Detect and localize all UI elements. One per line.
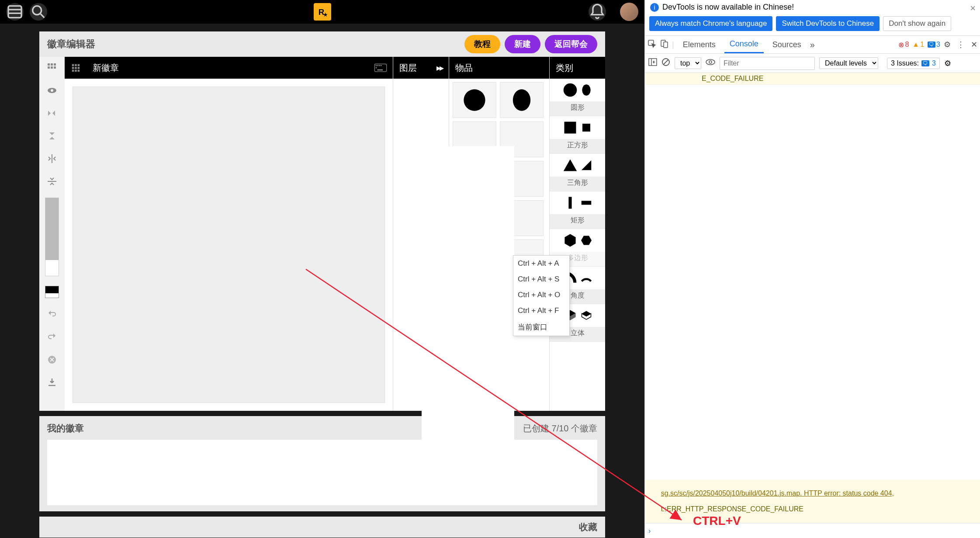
svg-rect-18 [72, 64, 74, 66]
svg-text:★: ★ [323, 11, 328, 18]
emblem-canvas[interactable] [73, 87, 385, 403]
switch-chinese-button[interactable]: Switch DevTools to Chinese [776, 16, 880, 31]
favorites-panel: 收藏 [39, 517, 605, 538]
svg-rect-29 [377, 65, 379, 66]
category-circle[interactable]: 圆形 [550, 79, 605, 116]
ctx-item[interactable]: Ctrl + Alt + A [513, 256, 569, 271]
devtools-tabs: | Elements Console Sources » ⊗8 ▲1 🗨3 ⚙ … [645, 35, 980, 54]
opacity-slider[interactable] [45, 198, 59, 276]
flip-horizontal-icon[interactable] [44, 107, 60, 120]
notifications-icon[interactable] [589, 3, 606, 21]
flip-vertical-icon[interactable] [44, 129, 60, 142]
rockstar-logo[interactable]: R★ [314, 3, 331, 21]
tutorial-button[interactable]: 教程 [464, 35, 500, 53]
svg-rect-12 [54, 66, 56, 69]
gear-icon[interactable]: ⚙ [944, 40, 951, 49]
annotation-text: CTRL+V [693, 514, 741, 528]
svg-point-51 [709, 61, 712, 63]
svg-rect-46 [649, 59, 657, 66]
items-label: 物品 [455, 62, 473, 74]
match-language-button[interactable]: Always match Chrome's language [649, 16, 772, 31]
console-output[interactable]: E_CODE_FAILURE sg.sc/sc/js/202504050j10/… [645, 73, 980, 538]
delete-icon[interactable] [44, 353, 60, 366]
category-triangle[interactable]: 三角形 [550, 154, 605, 191]
shape-circle[interactable] [453, 82, 496, 118]
svg-rect-32 [376, 67, 377, 69]
dont-show-button[interactable]: Don't show again [883, 16, 951, 31]
ctx-item[interactable]: Ctrl + Alt + O [513, 287, 569, 303]
ctx-item[interactable]: Ctrl + Alt + S [513, 271, 569, 287]
redo-icon[interactable] [44, 330, 60, 344]
return-crew-button[interactable]: 返回帮会 [545, 35, 597, 53]
svg-rect-38 [564, 122, 576, 134]
close-devtools-icon[interactable]: ✕ [971, 40, 977, 49]
sidebar-toggle-icon[interactable] [648, 58, 657, 68]
svg-rect-21 [72, 67, 74, 69]
eye-icon[interactable] [44, 84, 60, 97]
shape-ellipse[interactable] [500, 82, 544, 118]
context-select[interactable]: top [675, 57, 701, 69]
color-swatch[interactable] [45, 286, 59, 298]
svg-rect-26 [78, 70, 80, 72]
info-icon: i [650, 3, 659, 12]
svg-rect-23 [78, 67, 80, 69]
device-icon[interactable] [660, 39, 668, 50]
levels-select[interactable]: Default levels [819, 57, 878, 69]
svg-rect-11 [51, 66, 53, 69]
console-toolbar: top Default levels 3 Issues: 🗨 3 ⚙ [645, 54, 980, 73]
search-icon[interactable] [30, 3, 47, 21]
close-icon[interactable]: × [970, 3, 976, 14]
menu-icon[interactable] [6, 3, 24, 21]
emblem-count: 已创建 7/10 个徽章 [523, 423, 597, 434]
tab-console[interactable]: Console [724, 36, 764, 53]
grid-toggle-icon[interactable] [65, 63, 87, 73]
issues-pill[interactable]: 3 Issues: 🗨 3 [887, 58, 940, 69]
info-badge[interactable]: 🗨3 [928, 41, 940, 49]
overlay-popup [422, 146, 514, 501]
editor-header: 徽章编辑器 教程 新建 返回帮会 [39, 31, 605, 57]
grid-tool-icon[interactable] [44, 61, 60, 74]
align-horizontal-icon[interactable] [44, 152, 60, 165]
tab-elements[interactable]: Elements [678, 37, 721, 53]
page-title: 徽章编辑器 [47, 38, 95, 51]
ctx-item[interactable]: Ctrl + Alt + F [513, 303, 569, 319]
svg-point-50 [706, 59, 715, 65]
undo-icon[interactable] [44, 308, 60, 321]
svg-rect-7 [48, 63, 50, 66]
gear-icon[interactable]: ⚙ [944, 59, 951, 68]
new-button[interactable]: 新建 [505, 35, 540, 53]
canvas-title: 新徽章 [87, 62, 368, 74]
warning-badge[interactable]: ▲1 [912, 41, 924, 49]
svg-rect-0 [8, 6, 21, 18]
align-vertical-icon[interactable] [44, 175, 60, 188]
kebab-icon[interactable]: ⋮ [954, 40, 967, 49]
svg-rect-8 [51, 63, 53, 66]
filter-input[interactable] [720, 57, 815, 70]
expand-layers-icon[interactable]: ▸▸ [436, 62, 443, 73]
clear-console-icon[interactable] [661, 58, 670, 69]
svg-rect-39 [582, 124, 590, 132]
svg-rect-22 [75, 67, 77, 69]
ctx-item[interactable]: 当前窗口 [513, 319, 569, 336]
inspect-icon[interactable] [648, 39, 656, 50]
svg-rect-19 [75, 64, 77, 66]
categories-label: 类别 [556, 62, 573, 74]
top-nav: R★ [0, 0, 644, 24]
more-tabs-icon[interactable]: » [810, 40, 815, 50]
tab-sources[interactable]: Sources [767, 37, 807, 53]
svg-rect-25 [75, 70, 77, 72]
svg-point-37 [582, 84, 591, 96]
emblems-strip[interactable] [47, 440, 597, 505]
category-rectangle[interactable]: 矩形 [550, 191, 605, 229]
eye-icon[interactable] [706, 59, 715, 68]
svg-rect-40 [568, 197, 571, 209]
devtools-panel: i DevTools is now available in Chinese! … [644, 0, 980, 538]
error-badge[interactable]: ⊗8 [898, 41, 909, 49]
svg-rect-30 [379, 65, 380, 66]
svg-point-3 [33, 6, 42, 15]
avatar[interactable] [620, 3, 638, 21]
download-icon[interactable] [44, 376, 60, 389]
keyboard-icon[interactable] [368, 63, 393, 72]
category-square[interactable]: 正方形 [550, 116, 605, 154]
svg-rect-31 [381, 65, 382, 66]
